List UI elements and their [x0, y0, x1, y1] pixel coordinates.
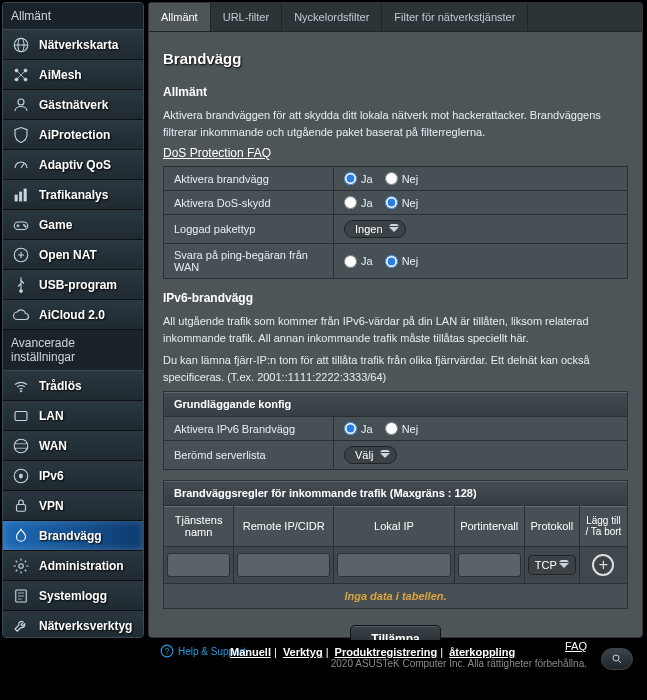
general-settings-table: Aktivera brandvägg Ja Nej Aktivera DoS-s…: [163, 166, 628, 279]
ping-wan-yes-radio[interactable]: [344, 255, 357, 268]
enable-dos-yes-radio[interactable]: [344, 196, 357, 209]
rules-table: Brandväggsregler för inkommande trafik (…: [163, 480, 628, 609]
sidebar-item-traffic[interactable]: Trafikanalys: [3, 180, 143, 210]
local-ip-input[interactable]: [337, 553, 450, 577]
lan-icon: [11, 406, 31, 426]
sidebar-item-admin[interactable]: Administration: [3, 551, 143, 581]
sidebar-item-syslog[interactable]: Systemlogg: [3, 581, 143, 611]
ipv6-icon: 6: [11, 466, 31, 486]
tab-general[interactable]: Allmänt: [149, 3, 211, 31]
no-label: Nej: [402, 197, 419, 209]
col-local: Lokal IP: [334, 506, 454, 547]
svg-point-29: [19, 563, 24, 568]
shield-icon: [11, 125, 31, 145]
tab-keyword-filter[interactable]: Nyckelordsfilter: [282, 3, 382, 31]
rules-title: Brandväggsregler för inkommande trafik (…: [164, 481, 628, 506]
sidebar-item-usb[interactable]: USB-program: [3, 270, 143, 300]
sidebar-item-nettools[interactable]: Nätverksverktyg: [3, 611, 143, 638]
tab-service-filter[interactable]: Filter för nätverkstjänster: [382, 3, 528, 31]
footer-copyright: 2020 ASUSTeK Computer Inc. Alla rättighe…: [331, 658, 587, 669]
enable-dos-no-radio[interactable]: [385, 196, 398, 209]
sidebar-item-wan[interactable]: WAN: [3, 431, 143, 461]
page-title: Brandvägg: [163, 44, 628, 79]
service-name-input[interactable]: [167, 553, 230, 577]
yes-label: Ja: [361, 423, 373, 435]
wan-icon: [11, 436, 31, 456]
enable-fw-yes-radio[interactable]: [344, 172, 357, 185]
sidebar-item-label: Brandvägg: [39, 529, 102, 543]
svg-point-23: [14, 439, 28, 453]
footer-faq-link[interactable]: FAQ: [565, 640, 587, 652]
tab-bar: Allmänt URL-filter Nyckelordsfilter Filt…: [149, 3, 642, 32]
enable-fw-no-radio[interactable]: [385, 172, 398, 185]
footer: ? Help & Support Manuell| Verktyg| Produ…: [0, 640, 647, 695]
no-label: Nej: [402, 255, 419, 267]
enable-ipv6fw-yes-radio[interactable]: [344, 422, 357, 435]
sidebar-item-label: VPN: [39, 499, 64, 513]
sidebar-item-opennat[interactable]: Open NAT: [3, 240, 143, 270]
svg-rect-22: [15, 411, 27, 420]
section-general-desc: Aktivera brandväggen för att skydda ditt…: [163, 107, 628, 140]
sidebar-item-aiprotection[interactable]: AiProtection: [3, 120, 143, 150]
sidebar-item-label: Trafikanalys: [39, 188, 108, 202]
sidebar-item-label: AiCloud 2.0: [39, 308, 105, 322]
help-icon: ?: [160, 644, 174, 658]
sidebar-item-qos[interactable]: Adaptiv QoS: [3, 150, 143, 180]
usb-icon: [11, 275, 31, 295]
sidebar-item-wireless[interactable]: Trådlös: [3, 371, 143, 401]
no-label: Nej: [402, 423, 419, 435]
globe-icon: [11, 35, 31, 55]
footer-link-feedback[interactable]: återkoppling: [449, 646, 515, 658]
svg-point-17: [23, 224, 25, 226]
ping-wan-no-radio[interactable]: [385, 255, 398, 268]
ipv6-desc2: Du kan lämna fjärr-IP:n tom för att till…: [163, 352, 628, 385]
svg-text:?: ?: [165, 647, 170, 656]
sidebar-item-aicloud[interactable]: AiCloud 2.0: [3, 300, 143, 330]
gauge-icon: [11, 155, 31, 175]
wifi-icon: [11, 376, 31, 396]
protocol-select[interactable]: TCP: [528, 555, 576, 575]
stats-icon: [11, 185, 31, 205]
remote-ip-input[interactable]: [237, 553, 330, 577]
sidebar-item-ipv6[interactable]: 6IPv6: [3, 461, 143, 491]
sidebar-item-label: IPv6: [39, 469, 64, 483]
port-range-input[interactable]: [458, 553, 521, 577]
log-type-select[interactable]: Ingen: [344, 220, 406, 238]
sidebar-item-game[interactable]: Game: [3, 210, 143, 240]
svg-rect-12: [20, 192, 22, 201]
sidebar-item-label: Gästnätverk: [39, 98, 108, 112]
sidebar-item-label: Trådlös: [39, 379, 82, 393]
sidebar-item-label: Administration: [39, 559, 124, 573]
svg-rect-13: [24, 189, 26, 201]
sidebar-item-label: Nätverksverktyg: [39, 619, 132, 633]
famous-list-select[interactable]: Välj: [344, 446, 397, 464]
footer-link-tools[interactable]: Verktyg: [283, 646, 323, 658]
sidebar-item-guest[interactable]: Gästnätverk: [3, 90, 143, 120]
sidebar-item-lan[interactable]: LAN: [3, 401, 143, 431]
add-rule-button[interactable]: +: [592, 554, 614, 576]
search-icon: [611, 653, 623, 665]
sidebar-item-vpn[interactable]: VPN: [3, 491, 143, 521]
footer-link-manual[interactable]: Manuell: [230, 646, 271, 658]
enable-ipv6fw-no-radio[interactable]: [385, 422, 398, 435]
firewall-icon: [11, 526, 31, 546]
sidebar-item-firewall[interactable]: Brandvägg: [3, 521, 143, 551]
vpn-icon: [11, 496, 31, 516]
ipv6-config-table: Grundläggande konfig Aktivera IPv6 Brand…: [163, 391, 628, 470]
sidebar-item-label: Game: [39, 218, 72, 232]
sidebar-item-label: LAN: [39, 409, 64, 423]
yes-label: Ja: [361, 173, 373, 185]
main-content: Allmänt URL-filter Nyckelordsfilter Filt…: [148, 2, 643, 638]
footer-link-register[interactable]: Produktregistrering: [335, 646, 438, 658]
sidebar-item-aimesh[interactable]: AiMesh: [3, 60, 143, 90]
svg-point-20: [20, 289, 23, 292]
sidebar-item-label: Systemlogg: [39, 589, 107, 603]
svg-point-36: [613, 655, 619, 661]
footer-search-button[interactable]: [601, 648, 633, 670]
sidebar-item-network-map[interactable]: Nätverkskarta: [3, 30, 143, 60]
svg-rect-11: [15, 195, 17, 201]
sidebar-item-label: WAN: [39, 439, 67, 453]
svg-point-9: [18, 99, 24, 105]
tab-url-filter[interactable]: URL-filter: [211, 3, 282, 31]
dos-faq-link[interactable]: DoS Protection FAQ: [163, 146, 271, 160]
